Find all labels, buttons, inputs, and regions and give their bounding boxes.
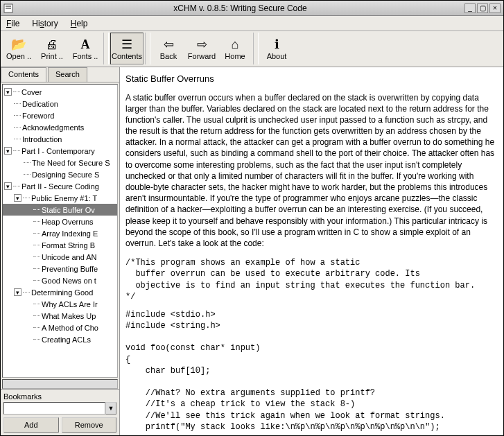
- arrow-right-icon: ⇨: [194, 37, 209, 52]
- about-button[interactable]: ℹ About: [260, 33, 293, 64]
- menu-help[interactable]: Help: [71, 19, 88, 28]
- back-label: Back: [160, 52, 177, 60]
- tree-item[interactable]: Good News on t: [3, 274, 117, 286]
- code-block: #include <stdio.h> #include <string.h> v…: [125, 309, 495, 435]
- tree-item[interactable]: ▾Part II - Secure Coding: [3, 180, 117, 192]
- tree-item[interactable]: A Method of Cho: [3, 322, 117, 333]
- chevron-down-icon[interactable]: ▼: [105, 402, 116, 415]
- tree-item-selected[interactable]: Static Buffer Ov: [3, 204, 117, 216]
- toolbar-separator: [145, 33, 150, 64]
- fonts-label: Fonts ..: [73, 52, 98, 60]
- bookmarks-panel: Bookmarks ▼ Add Remove: [1, 389, 119, 435]
- print-label: Print ..: [41, 52, 63, 60]
- article-paragraph: A static buffer overrun occurs when a bu…: [125, 92, 495, 250]
- tree-item[interactable]: Why ACLs Are Ir: [3, 298, 117, 310]
- tree-item[interactable]: Dedication: [3, 98, 117, 110]
- maximize-button[interactable]: ▢: [477, 3, 488, 13]
- tab-contents[interactable]: Contents: [1, 67, 46, 82]
- bookmarks-label: Bookmarks: [3, 392, 116, 401]
- content-pane[interactable]: Static Buffer Overruns A static buffer o…: [120, 67, 503, 435]
- tree-item[interactable]: ▾Part I - Contemporary: [3, 145, 117, 157]
- remove-bookmark-button[interactable]: Remove: [62, 417, 117, 433]
- horizontal-scrollbar[interactable]: [2, 379, 118, 389]
- close-button[interactable]: ×: [489, 3, 501, 13]
- tree-item[interactable]: Introduction: [3, 133, 117, 145]
- article-title: Static Buffer Overruns: [125, 73, 495, 85]
- open-button[interactable]: 📂 Open ..: [2, 33, 35, 64]
- tree-item[interactable]: Designing Secure S: [3, 168, 117, 180]
- expander-icon[interactable]: ▾: [4, 182, 12, 190]
- add-bookmark-button[interactable]: Add: [3, 417, 59, 433]
- home-label: Home: [225, 52, 245, 60]
- code-block: /*This program shows an example of how a…: [125, 257, 495, 302]
- tree-item[interactable]: The Need for Secure S: [3, 157, 117, 168]
- about-label: About: [267, 52, 287, 60]
- app-icon: [3, 3, 13, 13]
- font-icon: A: [78, 37, 93, 52]
- tree-item[interactable]: Creating ACLs: [3, 333, 117, 345]
- contents-label: Contents: [112, 52, 142, 60]
- title-bar: xCHM v. 0.8.5: Writing Secure Code _ ▢ ×: [1, 1, 503, 16]
- contents-button[interactable]: ☰ Contents: [110, 33, 144, 64]
- tree-item[interactable]: ▾Cover: [3, 86, 117, 98]
- forward-label: Forward: [188, 52, 216, 60]
- bookmarks-combo[interactable]: [3, 402, 105, 415]
- arrow-left-icon: ⇦: [161, 37, 176, 52]
- home-button[interactable]: ⌂ Home: [218, 33, 252, 64]
- open-label: Open ..: [6, 52, 31, 60]
- tree-item[interactable]: Foreword: [3, 110, 117, 121]
- forward-button[interactable]: ⇨ Forward: [185, 33, 218, 64]
- menu-bar: File History Help: [1, 16, 503, 31]
- tree-item[interactable]: Heap Overruns: [3, 216, 117, 227]
- menu-file[interactable]: File: [6, 19, 19, 28]
- print-button[interactable]: 🖨 Print ..: [35, 33, 69, 64]
- back-button[interactable]: ⇦ Back: [152, 33, 185, 64]
- window-title: xCHM v. 0.8.5: Writing Secure Code: [17, 3, 463, 13]
- tree-item[interactable]: Acknowledgments: [3, 121, 117, 133]
- expander-icon[interactable]: ▾: [4, 88, 12, 96]
- toolbar-separator: [103, 33, 109, 64]
- folder-open-icon: 📂: [11, 37, 26, 52]
- fonts-button[interactable]: A Fonts ..: [69, 33, 102, 64]
- toolbar: 📂 Open .. 🖨 Print .. A Fonts .. ☰ Conten…: [1, 31, 503, 67]
- tab-search[interactable]: Search: [48, 67, 87, 82]
- menu-history[interactable]: History: [32, 19, 58, 28]
- tree-item[interactable]: Preventing Buffe: [3, 263, 117, 274]
- toolbar-separator: [253, 33, 259, 64]
- toc-tree[interactable]: ▾Cover Dedication Foreword Acknowledgmen…: [2, 84, 118, 378]
- side-panel: Contents Search ▾Cover Dedication Forewo…: [1, 67, 120, 435]
- tree-item[interactable]: Array Indexing E: [3, 227, 117, 239]
- list-icon: ☰: [119, 37, 134, 52]
- tree-item[interactable]: Format String B: [3, 239, 117, 251]
- tree-item[interactable]: Unicode and AN: [3, 251, 117, 263]
- tree-item[interactable]: ▾Public Enemy #1: T: [3, 192, 117, 204]
- printer-icon: 🖨: [44, 37, 60, 52]
- info-icon: ℹ: [269, 37, 284, 52]
- minimize-button[interactable]: _: [464, 3, 476, 13]
- side-tabs: Contents Search: [1, 67, 119, 82]
- expander-icon[interactable]: ▾: [14, 194, 21, 202]
- home-icon: ⌂: [227, 37, 243, 52]
- tree-item[interactable]: ▾Determining Good: [3, 286, 117, 298]
- svg-rect-2: [6, 8, 11, 9]
- tree-item[interactable]: What Makes Up: [3, 310, 117, 322]
- expander-icon[interactable]: ▾: [14, 288, 21, 296]
- svg-rect-1: [6, 6, 11, 7]
- expander-icon[interactable]: ▾: [4, 147, 12, 155]
